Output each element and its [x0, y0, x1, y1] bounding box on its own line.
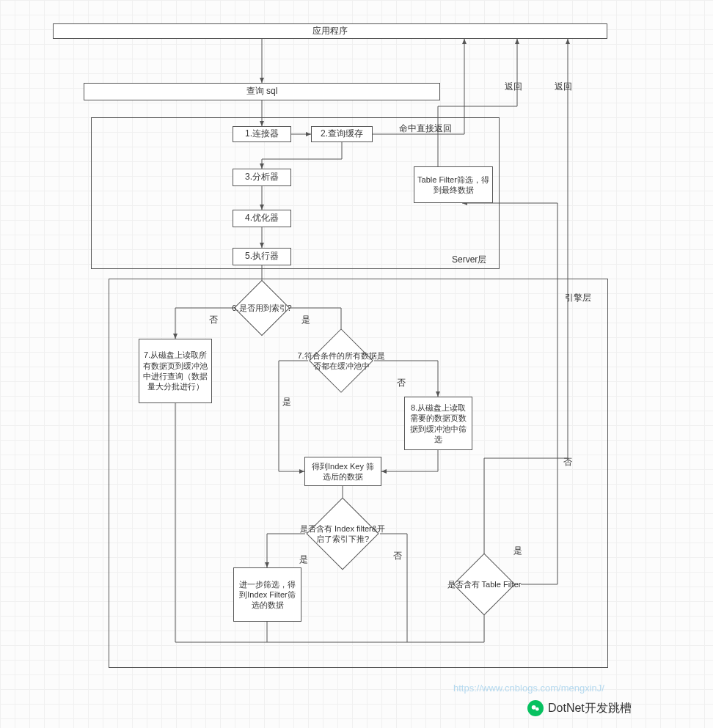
executor-label: 5.执行器 — [245, 251, 279, 262]
return-label-2: 返回 — [555, 81, 572, 93]
connector-box: 1.连接器 — [233, 126, 291, 142]
query-cache-box: 2.查询缓存 — [311, 126, 373, 142]
svg-point-8 — [535, 707, 539, 711]
disk-read-all-label: 7.从磁盘上读取所有数据页到缓冲池中进行查询（数据量大分批进行） — [142, 350, 208, 391]
cache-hit-label: 命中直接返回 — [399, 122, 452, 135]
analyzer-box: 3.分析器 — [233, 169, 291, 186]
optimizer-box: 4.优化器 — [233, 210, 291, 227]
brand-footer: DotNet开发跳槽 — [527, 700, 632, 716]
brand-text: DotNet开发跳槽 — [548, 701, 632, 716]
connector-label: 1.连接器 — [245, 128, 279, 140]
all-in-buffer-yes: 是 — [282, 396, 291, 408]
use-index-yes: 是 — [301, 314, 310, 326]
has-table-filter-yes: 是 — [513, 545, 522, 557]
table-filter-final-label: Table Filter筛选，得到最终数据 — [417, 174, 489, 196]
all-in-buffer-no: 否 — [397, 377, 406, 389]
index-key-result-label: 得到Index Key 筛选后的数据 — [308, 461, 378, 482]
query-cache-label: 2.查询缓存 — [321, 128, 363, 140]
has-table-filter-no: 否 — [563, 456, 572, 468]
query-sql-label: 查询 sql — [246, 86, 278, 98]
wechat-icon — [527, 700, 544, 716]
index-filter-result-label: 进一步筛选，得到Index Filter筛选的数据 — [237, 579, 298, 611]
index-filter-result-box: 进一步筛选，得到Index Filter筛选的数据 — [233, 567, 301, 622]
optimizer-label: 4.优化器 — [245, 213, 279, 224]
has-index-filter-no: 否 — [393, 550, 402, 562]
use-index-no: 否 — [209, 314, 218, 326]
engine-layer-label: 引擎层 — [565, 292, 591, 304]
has-index-filter-yes: 是 — [299, 554, 308, 566]
disk-read-needed-label: 8.从磁盘上读取需要的数据页数据到缓冲池中筛选 — [408, 402, 469, 444]
app-program-box: 应用程序 — [53, 23, 607, 39]
disk-read-all-box: 7.从磁盘上读取所有数据页到缓冲池中进行查询（数据量大分批进行） — [139, 339, 212, 403]
watermark-url: https://www.cnblogs.com/mengxinJ/ — [453, 683, 604, 694]
analyzer-label: 3.分析器 — [245, 172, 279, 183]
disk-read-needed-box: 8.从磁盘上读取需要的数据页数据到缓冲池中筛选 — [404, 397, 472, 450]
executor-box: 5.执行器 — [233, 248, 291, 265]
table-filter-final-box: Table Filter筛选，得到最终数据 — [414, 166, 493, 203]
svg-point-7 — [532, 705, 536, 710]
query-sql-box: 查询 sql — [84, 83, 440, 100]
server-layer-label: Server层 — [452, 254, 486, 266]
app-program-label: 应用程序 — [312, 26, 348, 37]
index-key-result-box: 得到Index Key 筛选后的数据 — [304, 457, 381, 486]
return-label-1: 返回 — [505, 81, 522, 93]
